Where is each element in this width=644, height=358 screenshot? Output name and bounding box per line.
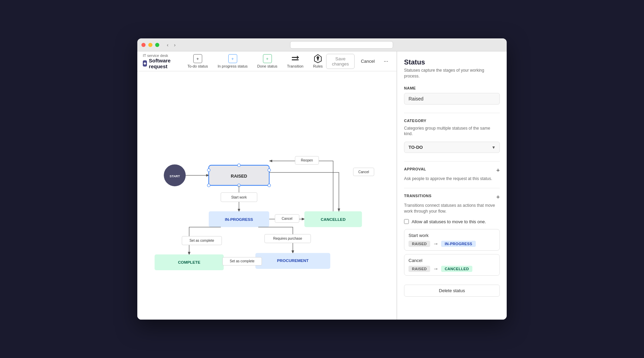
svg-text:Reopen: Reopen xyxy=(301,158,313,162)
forward-button[interactable]: › xyxy=(172,41,178,48)
transition-label: Transition xyxy=(287,64,303,68)
diagram-area[interactable]: START RAISED xyxy=(137,71,396,320)
svg-point-12 xyxy=(268,184,271,187)
done-status-button[interactable]: + Done status xyxy=(254,53,281,70)
transition-2-name: Cancel xyxy=(409,258,495,263)
titlebar: ‹ › xyxy=(137,38,507,51)
allow-all-row: Allow all statuses to move to this one. xyxy=(404,219,500,224)
breadcrumb-name: Software request xyxy=(149,58,176,69)
transition-1-flow: RAISED → IN-PROGRESS xyxy=(409,241,495,247)
inprogress-status-button[interactable]: + In progress status xyxy=(214,53,251,70)
todo-label: To-do status xyxy=(187,64,208,68)
svg-marker-4 xyxy=(317,56,319,61)
add-approval-button[interactable]: + xyxy=(496,167,500,174)
name-section-label: NAME xyxy=(404,86,500,90)
maximize-button[interactable] xyxy=(155,43,159,47)
save-button[interactable]: Save changes xyxy=(326,54,355,69)
transition-1-to: IN-PROGRESS xyxy=(441,241,475,247)
app-icon: ◈ xyxy=(143,60,147,67)
approval-label: APPROVAL xyxy=(404,167,426,171)
transition-2-flow: RAISED → CANCELLED xyxy=(409,266,495,272)
allow-all-label: Allow all statuses to move to this one. xyxy=(412,219,486,224)
category-section-label: CATEGORY xyxy=(404,119,500,123)
svg-text:RAISED: RAISED xyxy=(231,174,247,179)
svg-text:Start work: Start work xyxy=(231,195,247,199)
svg-text:IN-PROGRESS: IN-PROGRESS xyxy=(225,217,253,222)
close-button[interactable] xyxy=(141,43,146,47)
workflow-diagram: START RAISED xyxy=(137,71,396,320)
add-transition-button[interactable]: + xyxy=(496,194,500,200)
inprogress-icon: + xyxy=(228,54,237,63)
toolbar-right: Save changes Cancel ··· xyxy=(326,54,391,69)
toolbar: IT service desk ◈ Software request + To-… xyxy=(137,51,396,71)
svg-marker-2 xyxy=(297,56,299,59)
approval-header: APPROVAL + xyxy=(404,167,500,174)
done-icon: + xyxy=(263,54,272,63)
divider-3 xyxy=(404,188,500,188)
transition-1-name: Start work xyxy=(409,233,495,238)
arrow-icon-2: → xyxy=(433,266,438,272)
back-button[interactable]: ‹ xyxy=(165,41,171,48)
toolbar-actions: + To-do status + In progress status + Do… xyxy=(184,53,326,70)
transition-card-2[interactable]: Cancel RAISED → CANCELLED xyxy=(404,254,500,276)
more-button[interactable]: ··· xyxy=(381,57,391,66)
category-desc: Categories group multiple statuses of th… xyxy=(404,126,500,137)
svg-text:START: START xyxy=(170,175,180,178)
svg-text:Set as complete: Set as complete xyxy=(189,239,214,242)
transition-card-1[interactable]: Start work RAISED → IN-PROGRESS xyxy=(404,229,500,251)
todo-icon: + xyxy=(193,54,202,63)
main-content: IT service desk ◈ Software request + To-… xyxy=(137,51,507,320)
inprogress-label: In progress status xyxy=(218,64,248,68)
cancel-button[interactable]: Cancel xyxy=(357,57,378,66)
svg-text:COMPLETE: COMPLETE xyxy=(178,260,200,264)
canvas-area: IT service desk ◈ Software request + To-… xyxy=(137,51,397,320)
svg-text:Set as complete: Set as complete xyxy=(230,259,254,263)
panel-subtitle: Statuses capture the stages of your work… xyxy=(404,68,500,79)
divider-2 xyxy=(404,161,500,162)
svg-rect-1 xyxy=(292,59,299,60)
breadcrumb-parent: IT service desk xyxy=(143,53,176,58)
svg-point-10 xyxy=(207,184,210,187)
transition-2-to: CANCELLED xyxy=(441,266,472,272)
minimize-button[interactable] xyxy=(148,43,152,47)
svg-text:Cancel: Cancel xyxy=(358,170,369,174)
transitions-header: TRANSITIONS + xyxy=(404,194,500,201)
transition-button[interactable]: Transition xyxy=(284,53,307,70)
arrow-icon-1: → xyxy=(433,241,438,247)
breadcrumb-title: ◈ Software request xyxy=(143,58,176,69)
nav-buttons: ‹ › xyxy=(165,41,177,48)
todo-status-button[interactable]: + To-do status xyxy=(184,53,211,70)
allow-all-checkbox[interactable] xyxy=(404,219,409,224)
category-select[interactable]: TO-DO IN PROGRESS DONE xyxy=(404,142,500,153)
delete-status-button[interactable]: Delete status xyxy=(404,285,500,297)
transition-2-from: RAISED xyxy=(409,266,430,272)
search-bar[interactable] xyxy=(290,41,393,49)
svg-text:CANCELLED: CANCELLED xyxy=(321,217,345,222)
right-panel: Status Statuses capture the stages of yo… xyxy=(397,51,507,320)
breadcrumb-area: IT service desk ◈ Software request xyxy=(143,53,176,69)
name-input[interactable] xyxy=(404,93,500,105)
app-window: ‹ › IT service desk ◈ Software request + xyxy=(137,38,507,320)
svg-text:PROCUREMENT: PROCUREMENT xyxy=(277,258,309,263)
divider-1 xyxy=(404,113,500,113)
svg-point-8 xyxy=(238,164,240,167)
done-label: Done status xyxy=(257,64,277,68)
panel-title: Status xyxy=(404,58,500,66)
transition-1-from: RAISED xyxy=(409,241,430,247)
transitions-label: TRANSITIONS xyxy=(404,194,432,198)
approval-desc: Ask people to approve the request at thi… xyxy=(404,176,500,182)
svg-text:Requires purchase: Requires purchase xyxy=(273,237,302,240)
svg-point-7 xyxy=(207,169,210,171)
transition-icon xyxy=(291,54,300,63)
svg-point-9 xyxy=(268,169,271,171)
rules-button[interactable]: Rules xyxy=(310,53,326,70)
transitions-desc: Transitions connect statuses as actions … xyxy=(404,203,500,214)
rules-icon xyxy=(313,54,322,63)
rules-label: Rules xyxy=(313,64,323,68)
svg-text:Cancel: Cancel xyxy=(282,217,292,220)
